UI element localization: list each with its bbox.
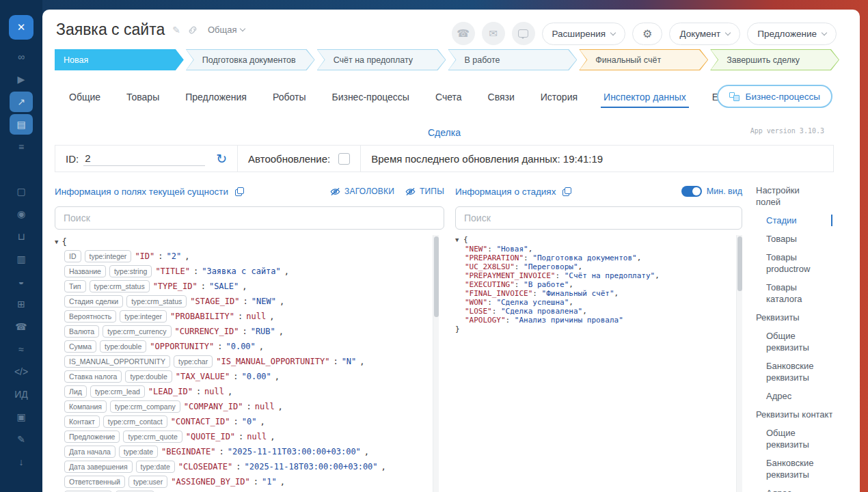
deal-id-input[interactable] bbox=[83, 151, 205, 166]
toggle-headers-button[interactable]: ЗАГОЛОВКИ bbox=[330, 187, 394, 196]
tab-8[interactable]: История bbox=[528, 85, 591, 113]
field-label-chip: IS_MANUAL_OPPORTUNITY bbox=[64, 355, 170, 368]
left-sidebar-icons-bottom: ▢◉⊔▥◒⊞☎≈</>ИД▣✎↓ bbox=[10, 181, 33, 474]
scrollbar-thumb[interactable] bbox=[434, 236, 439, 317]
box-icon[interactable]: ▢ bbox=[10, 181, 33, 202]
mail-icon[interactable]: ✉ bbox=[482, 22, 505, 45]
document-button[interactable]: Документ bbox=[669, 23, 740, 45]
phone-icon[interactable]: ☎ bbox=[10, 316, 33, 337]
doc-icon[interactable]: ▣ bbox=[10, 407, 33, 427]
tab-label: История bbox=[541, 92, 578, 102]
fields-search-input[interactable] bbox=[55, 206, 444, 230]
close-icon[interactable]: ✕ bbox=[9, 15, 33, 40]
stages-search-input[interactable] bbox=[455, 206, 742, 230]
toggle-types-button[interactable]: ТИПЫ bbox=[405, 187, 444, 196]
autoupdate-checkbox[interactable] bbox=[338, 153, 350, 165]
rnav-item-4[interactable]: Товары productrow bbox=[756, 251, 832, 275]
tab-6[interactable]: Счета bbox=[422, 85, 475, 113]
document-label: Документ bbox=[679, 29, 720, 39]
rnav-item-1[interactable]: Настройки полей bbox=[756, 184, 832, 208]
copy-icon[interactable] bbox=[235, 187, 244, 196]
rnav-item-3[interactable]: Товары bbox=[756, 233, 832, 245]
rnav-item-7[interactable]: Общие реквизиты bbox=[756, 330, 832, 353]
pen-icon[interactable]: ✎ bbox=[10, 429, 33, 450]
json-colon: : bbox=[532, 289, 541, 298]
copy-icon[interactable] bbox=[562, 187, 571, 196]
stage-fill: Счёт на предоплату bbox=[318, 50, 446, 70]
tab-2[interactable]: Товары bbox=[113, 85, 172, 113]
code-icon[interactable]: </> bbox=[10, 361, 33, 382]
rnav-item-2[interactable]: Стадии bbox=[756, 215, 832, 226]
refresh-icon[interactable]: ↻ bbox=[216, 152, 227, 165]
business-process-button[interactable]: Бизнес-процессы bbox=[717, 85, 832, 108]
entity-link[interactable]: Сделка bbox=[42, 127, 846, 138]
rnav-item-5[interactable]: Товары каталога bbox=[756, 282, 832, 305]
share-icon[interactable]: ↗ bbox=[10, 92, 33, 112]
json-open-line: ▼{ bbox=[55, 235, 433, 249]
rnav-item-13[interactable]: Адрес bbox=[756, 487, 832, 492]
stages-scrollbar[interactable] bbox=[736, 235, 742, 492]
tab-7[interactable]: Связи bbox=[475, 85, 528, 113]
json-key: "CURRENCY_ID" bbox=[175, 327, 239, 336]
rnav-item-8[interactable]: Банковские реквизиты bbox=[756, 360, 832, 383]
tab-3[interactable]: Предложения bbox=[172, 85, 260, 113]
settings-button[interactable]: ⚙ bbox=[632, 23, 662, 45]
json-colon: : bbox=[217, 342, 222, 351]
json-colon: : bbox=[515, 280, 524, 289]
json-colon: : bbox=[239, 432, 243, 441]
rnav-item-6[interactable]: Реквизиты bbox=[756, 312, 832, 323]
collapse-caret-icon[interactable]: ▼ bbox=[455, 236, 459, 243]
copy-link-icon[interactable] bbox=[188, 25, 198, 35]
json-colon: : bbox=[196, 387, 201, 396]
field-row: Суммаtype:double"OPPORTUNITY": "0.00", bbox=[55, 339, 433, 354]
tab-9[interactable]: Инспектор данных bbox=[591, 85, 699, 113]
stage-entry: "PREPAYMENT_INVOICE": "Счёт на предоплат… bbox=[455, 271, 732, 280]
min-view-toggle[interactable] bbox=[681, 186, 702, 197]
collapse-caret-icon[interactable]: ▼ bbox=[55, 238, 58, 245]
field-row: IS_MANUAL_OPPORTUNITYtype:char"IS_MANUAL… bbox=[55, 354, 433, 369]
pipeline-selector[interactable]: Общая bbox=[208, 25, 245, 35]
json-colon: : bbox=[236, 462, 241, 472]
json-value: "2" bbox=[167, 251, 182, 261]
chart-icon[interactable]: ▥ bbox=[10, 249, 33, 269]
stage-item-4[interactable]: В работе bbox=[448, 49, 577, 70]
stage-item-5[interactable]: Финальный счёт bbox=[579, 49, 708, 70]
link-icon[interactable]: ∞ bbox=[10, 46, 33, 67]
phone-icon[interactable]: ☎ bbox=[452, 22, 475, 45]
id-icon[interactable]: ИД bbox=[10, 384, 33, 405]
rnav-item-10[interactable]: Реквизиты контакта bbox=[756, 409, 832, 420]
stage-item-3[interactable]: Счёт на предоплату bbox=[317, 49, 446, 70]
scrollbar-thumb[interactable] bbox=[737, 236, 742, 291]
rnav-item-12[interactable]: Банковские реквизиты bbox=[756, 457, 832, 480]
crm-icon[interactable]: ◉ bbox=[10, 204, 33, 224]
field-label-chip: ID bbox=[64, 250, 81, 262]
edit-title-icon[interactable]: ✎ bbox=[172, 25, 180, 35]
rnav-item-9[interactable]: Адрес bbox=[756, 390, 832, 402]
apps-icon[interactable]: ⊞ bbox=[10, 294, 33, 314]
send-icon[interactable]: ▶ bbox=[10, 69, 33, 90]
tab-4[interactable]: Роботы bbox=[260, 85, 318, 113]
stage-item-1[interactable]: Новая bbox=[55, 49, 184, 70]
field-label-chip: Ставка налога bbox=[64, 370, 122, 383]
download-icon[interactable]: ↓ bbox=[10, 452, 33, 472]
chat-icon[interactable] bbox=[512, 22, 535, 45]
tab-1[interactable]: Общие bbox=[56, 85, 113, 113]
stage-entry: "UC_2X8LSU": "Переговоры", bbox=[455, 262, 732, 271]
fields-scrollbar[interactable] bbox=[433, 235, 439, 492]
cart-icon[interactable]: ⊔ bbox=[10, 226, 33, 247]
stage-item-6[interactable]: Завершить сделку bbox=[710, 49, 839, 70]
field-row: Контактtype:crm_contact"CONTACT_ID": "0"… bbox=[55, 414, 433, 429]
tasks-icon[interactable]: ≡ bbox=[10, 137, 33, 157]
json-value: "Новая" bbox=[496, 245, 528, 254]
fields-json-view: ▼{ IDtype:integer"ID": "2",Названиеtype:… bbox=[55, 235, 433, 492]
offer-button[interactable]: Предложение bbox=[747, 23, 837, 45]
stage-entry: "NEW": "Новая", bbox=[455, 245, 732, 254]
chat-icon[interactable]: ◒ bbox=[10, 271, 33, 292]
extensions-button[interactable]: Расширения bbox=[542, 23, 626, 45]
print-icon[interactable]: ▤ bbox=[10, 114, 33, 135]
wave-icon[interactable]: ≈ bbox=[10, 339, 33, 359]
rnav-item-11[interactable]: Общие реквизиты bbox=[756, 427, 832, 450]
tab-5[interactable]: Бизнес-процессы bbox=[318, 85, 422, 113]
stage-item-2[interactable]: Подготовка документов bbox=[186, 49, 315, 70]
json-colon: : bbox=[506, 316, 515, 325]
